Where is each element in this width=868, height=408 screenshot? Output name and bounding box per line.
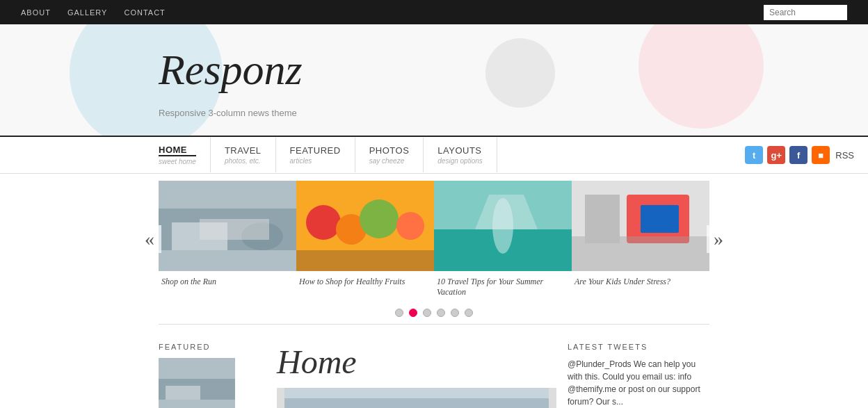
site-subtitle: Responsive 3-column news theme <box>159 108 297 118</box>
home-image <box>277 388 556 408</box>
nav-label-layouts: LAYOUTS <box>437 145 483 156</box>
nav-item-featured[interactable]: FEATURED articles <box>276 138 355 172</box>
featured-column: FEATURED <box>159 343 270 408</box>
decorative-circle-pink <box>638 24 764 129</box>
main-nav-links: HOME sweet home TRAVEL photos, etc. FEAT… <box>159 138 745 172</box>
top-nav-gallery[interactable]: GALLERY <box>67 8 108 17</box>
social-icons: t g+ f ■ RSS <box>745 146 868 164</box>
slide-3-caption: 10 Travel Tips for Your Summer Vacation <box>434 277 572 297</box>
slider-dots <box>159 309 709 317</box>
svg-rect-19 <box>585 195 620 243</box>
home-title: Home <box>277 343 556 381</box>
main-navigation: HOME sweet home TRAVEL photos, etc. FEAT… <box>0 136 868 174</box>
dot-4[interactable] <box>437 309 445 317</box>
rss-icon[interactable]: ■ <box>812 146 830 164</box>
svg-rect-10 <box>296 250 434 271</box>
nav-sub-featured: articles <box>290 157 341 165</box>
section-divider <box>159 324 709 325</box>
top-nav-about[interactable]: ABOUT <box>21 8 51 17</box>
slide-2[interactable]: How to Shop for Healthy Fruits <box>296 181 434 297</box>
nav-sub-layouts: design options <box>437 157 483 165</box>
nav-item-travel[interactable]: TRAVEL photos, etc. <box>211 138 276 172</box>
tweets-column: LATEST TWEETS @Plunder_Prods We can help… <box>556 343 709 408</box>
nav-sub-photos: say cheeze <box>369 157 410 165</box>
slider-wrapper: « Shop on the Run <box>159 181 709 297</box>
slider-arrow-right[interactable]: » <box>707 225 730 253</box>
image-slider: « Shop on the Run <box>0 181 868 317</box>
decorative-circle-gray <box>485 38 555 108</box>
nav-label-featured: FEATURED <box>290 145 341 156</box>
slide-3-image <box>434 181 572 271</box>
site-header: Responz Responsive 3-column news theme <box>0 24 868 136</box>
tweet-content: @Plunder_Prods We can help you with this… <box>568 358 709 408</box>
bottom-section: FEATURED Home LATEST TWEETS @Plunder_Pro… <box>0 332 868 408</box>
top-nav-contact[interactable]: CONTACT <box>124 8 165 17</box>
nav-item-home[interactable]: HOME sweet home <box>159 138 211 172</box>
home-column: Home <box>270 343 556 408</box>
nav-label-travel: TRAVEL <box>225 145 262 156</box>
slide-3[interactable]: 10 Travel Tips for Your Summer Vacation <box>434 181 572 297</box>
slide-4[interactable]: Are Your Kids Under Stress? <box>572 181 709 297</box>
nav-sub-home: sweet home <box>159 158 196 165</box>
twitter-icon[interactable]: t <box>745 146 763 164</box>
nav-label-home: HOME <box>159 145 196 156</box>
slide-1-caption: Shop on the Run <box>159 277 296 287</box>
svg-point-6 <box>306 205 341 240</box>
slider-arrow-left[interactable]: « <box>138 225 161 253</box>
slide-2-image <box>296 181 434 271</box>
svg-point-14 <box>492 198 513 254</box>
slide-4-image <box>572 181 709 271</box>
featured-thumbnail[interactable] <box>159 358 235 408</box>
search-input[interactable] <box>764 5 847 20</box>
slide-4-caption: Are Your Kids Under Stress? <box>572 277 709 287</box>
dot-2[interactable] <box>409 309 417 317</box>
svg-rect-4 <box>200 219 269 240</box>
slide-1[interactable]: Shop on the Run <box>159 181 296 297</box>
dot-3[interactable] <box>423 309 431 317</box>
nav-item-layouts[interactable]: LAYOUTS design options <box>424 138 497 172</box>
nav-label-photos: PHOTOS <box>369 145 410 156</box>
slides-container: Shop on the Run How to Shop for Healthy … <box>159 181 709 297</box>
dot-6[interactable] <box>465 309 473 317</box>
dot-5[interactable] <box>451 309 459 317</box>
site-title: Responz <box>159 45 303 95</box>
top-navigation: ABOUT GALLERY CONTACT <box>0 0 868 24</box>
featured-label: FEATURED <box>159 343 270 351</box>
svg-point-8 <box>360 199 399 238</box>
svg-rect-17 <box>641 205 679 233</box>
facebook-icon[interactable]: f <box>789 146 807 164</box>
rss-label[interactable]: RSS <box>835 150 854 161</box>
slide-2-caption: How to Shop for Healthy Fruits <box>296 277 434 287</box>
nav-sub-travel: photos, etc. <box>225 157 262 165</box>
googleplus-icon[interactable]: g+ <box>767 146 785 164</box>
svg-rect-22 <box>166 386 200 400</box>
tweets-label: LATEST TWEETS <box>568 343 709 351</box>
nav-item-photos[interactable]: PHOTOS say cheeze <box>355 138 424 172</box>
dot-1[interactable] <box>395 309 403 317</box>
svg-point-9 <box>396 212 424 240</box>
svg-rect-24 <box>284 398 549 408</box>
top-nav-links: ABOUT GALLERY CONTACT <box>21 8 166 17</box>
slide-1-image <box>159 181 296 271</box>
